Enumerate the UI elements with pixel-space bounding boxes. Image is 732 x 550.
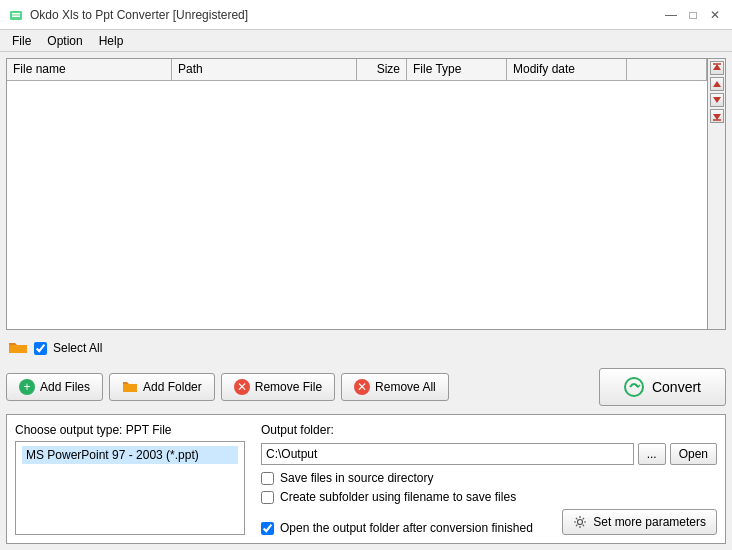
select-all-checkbox[interactable]: [34, 342, 47, 355]
save-source-label: Save files in source directory: [280, 471, 433, 485]
svg-rect-1: [12, 13, 20, 15]
output-type-listbox[interactable]: MS PowerPoint 97 - 2003 (*.ppt): [15, 441, 245, 535]
svg-marker-6: [713, 97, 721, 103]
convert-label: Convert: [652, 379, 701, 395]
table-body: [7, 81, 707, 329]
remove-all-button[interactable]: ✕ Remove All: [341, 373, 449, 401]
menu-bar: File Option Help: [0, 30, 732, 52]
svg-marker-7: [713, 114, 721, 120]
remove-all-icon: ✕: [354, 379, 370, 395]
col-filetype: File Type: [407, 59, 507, 80]
maximize-button[interactable]: □: [684, 6, 702, 24]
select-all-row: Select All: [6, 336, 726, 360]
open-output-checkbox[interactable]: [261, 522, 274, 535]
svg-rect-10: [123, 384, 137, 392]
folder-icon: [8, 340, 28, 356]
more-params-button[interactable]: Set more parameters: [562, 509, 717, 535]
svg-point-11: [625, 378, 643, 396]
menu-option[interactable]: Option: [39, 32, 90, 50]
col-filename: File name: [7, 59, 172, 80]
app-icon: [8, 7, 24, 23]
col-modifydate: Modify date: [507, 59, 627, 80]
scroll-up-button[interactable]: [710, 77, 724, 91]
checkboxes-section: Save files in source directory Create su…: [261, 471, 717, 535]
col-path: Path: [172, 59, 357, 80]
svg-rect-9: [9, 345, 27, 353]
file-table: File name Path Size File Type Modify dat…: [7, 59, 707, 329]
output-folder-label: Output folder:: [261, 423, 717, 437]
add-files-button[interactable]: + Add Files: [6, 373, 103, 401]
bottom-panel: Choose output type: PPT File MS PowerPoi…: [6, 414, 726, 544]
menu-file[interactable]: File: [4, 32, 39, 50]
more-params-label: Set more parameters: [593, 515, 706, 529]
remove-file-icon: ✕: [234, 379, 250, 395]
checkbox-row-3: Open the output folder after conversion …: [261, 521, 533, 535]
checkbox-row-2: Create subfolder using filename to save …: [261, 490, 717, 504]
add-folder-button[interactable]: Add Folder: [109, 373, 215, 401]
remove-all-label: Remove All: [375, 380, 436, 394]
browse-button[interactable]: ...: [638, 443, 666, 465]
col-extra: [627, 59, 707, 80]
bottom-right-row: Open the output folder after conversion …: [261, 509, 717, 535]
gear-icon: [573, 515, 587, 529]
file-table-container: File name Path Size File Type Modify dat…: [6, 58, 726, 330]
toolbar: + Add Files Add Folder ✕ Remove File ✕ R…: [6, 366, 726, 408]
create-subfolder-checkbox[interactable]: [261, 491, 274, 504]
svg-point-12: [578, 520, 583, 525]
table-header: File name Path Size File Type Modify dat…: [7, 59, 707, 81]
output-folder-row: ... Open: [261, 443, 717, 465]
convert-icon: [624, 377, 644, 397]
menu-help[interactable]: Help: [91, 32, 132, 50]
select-all-label: Select All: [53, 341, 102, 355]
add-files-label: Add Files: [40, 380, 90, 394]
open-button[interactable]: Open: [670, 443, 717, 465]
output-folder-input[interactable]: [261, 443, 634, 465]
add-folder-label: Add Folder: [143, 380, 202, 394]
svg-rect-2: [12, 15, 20, 17]
convert-button[interactable]: Convert: [599, 368, 726, 406]
add-files-icon: +: [19, 379, 35, 395]
output-type-label: Choose output type: PPT File: [15, 423, 245, 437]
window-controls: — □ ✕: [662, 6, 724, 24]
scrollbar-panel: [707, 59, 725, 329]
scroll-down-button[interactable]: [710, 93, 724, 107]
output-folder-section: Output folder: ... Open Save files in so…: [261, 423, 717, 535]
scroll-top-button[interactable]: [710, 61, 724, 75]
close-button[interactable]: ✕: [706, 6, 724, 24]
output-type-item[interactable]: MS PowerPoint 97 - 2003 (*.ppt): [22, 446, 238, 464]
remove-file-button[interactable]: ✕ Remove File: [221, 373, 335, 401]
window-title: Okdo Xls to Ppt Converter [Unregistered]: [30, 8, 248, 22]
create-subfolder-label: Create subfolder using filename to save …: [280, 490, 516, 504]
main-content: File name Path Size File Type Modify dat…: [0, 52, 732, 550]
minimize-button[interactable]: —: [662, 6, 680, 24]
scroll-bottom-button[interactable]: [710, 109, 724, 123]
svg-marker-5: [713, 81, 721, 87]
title-bar: Okdo Xls to Ppt Converter [Unregistered]…: [0, 0, 732, 30]
remove-file-label: Remove File: [255, 380, 322, 394]
save-source-checkbox[interactable]: [261, 472, 274, 485]
col-size: Size: [357, 59, 407, 80]
open-output-label: Open the output folder after conversion …: [280, 521, 533, 535]
output-type-section: Choose output type: PPT File MS PowerPoi…: [15, 423, 245, 535]
folder-add-icon: [122, 379, 138, 395]
svg-marker-3: [713, 64, 721, 70]
checkbox-row-1: Save files in source directory: [261, 471, 717, 485]
